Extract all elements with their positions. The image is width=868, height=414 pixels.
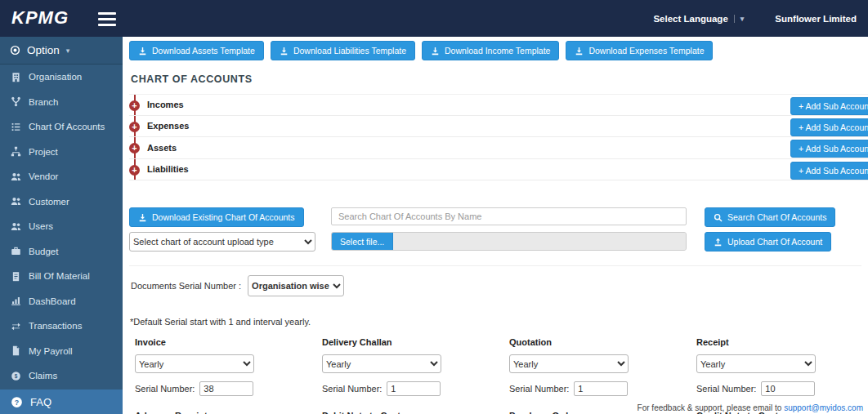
search-chart-button[interactable]: Search Chart Of Accounts [705, 207, 835, 227]
page-title: CHART OF ACCOUNTS [131, 73, 868, 85]
quotation-serial-input[interactable] [574, 381, 628, 396]
list-icon [11, 122, 21, 132]
sidebar-item-bill-of-material[interactable]: Bill Of Material [0, 264, 123, 289]
file-input-group[interactable]: Select file... [331, 232, 687, 251]
add-sub-account-button[interactable]: + Add Sub Account [790, 162, 868, 180]
expand-icon[interactable] [129, 165, 140, 176]
serial-group-receipt: Receipt Yearly Serial Number: [696, 337, 868, 396]
account-row-liabilities[interactable]: Liabilities + Add Sub Account [129, 159, 868, 181]
delivery-challan-serial-input[interactable] [387, 381, 441, 396]
account-row-incomes[interactable]: Incomes + Add Sub Account [129, 94, 868, 116]
template-buttons-row: Download Assets Template Download Liabil… [129, 41, 868, 60]
chart-tools-row-2: Select chart of account upload type Sele… [129, 232, 868, 252]
section-divider [129, 265, 861, 266]
sidebar-item-users[interactable]: Users [0, 214, 123, 239]
serial-number-label: Serial Number: [509, 384, 569, 394]
sidebar-item-dashboard[interactable]: DashBoard [0, 289, 123, 314]
serial-number-label: Serial Number: [135, 384, 195, 394]
option-label: Option [27, 44, 60, 56]
users-icon [11, 171, 21, 182]
group-title: Receipt [696, 337, 868, 347]
group-title: Invoice [135, 337, 322, 347]
building-icon [11, 72, 21, 82]
sidebar-item-vendor[interactable]: Vendor [0, 164, 123, 189]
serial-group-quotation: Quotation Yearly Serial Number: [509, 337, 696, 396]
invoice-period-select[interactable]: Yearly [135, 354, 254, 373]
svg-text:$: $ [15, 373, 18, 380]
support-email-link[interactable]: support@myidos.com [784, 403, 863, 412]
document-icon [11, 345, 21, 356]
sidebar-item-faq[interactable]: ? FAQ [0, 390, 123, 414]
users-icon [11, 196, 21, 207]
sidebar-item-budget[interactable]: Budget [0, 239, 123, 265]
sidebar-option-header[interactable]: Option ▾ [0, 37, 123, 65]
sidebar-item-project[interactable]: Project [0, 140, 123, 165]
sitemap-icon [11, 146, 21, 157]
serial-number-label: Serial Number: [322, 384, 382, 394]
group-title: Quotation [509, 337, 696, 347]
serial-number-label: Serial Number: [696, 384, 756, 394]
search-chart-input[interactable] [331, 207, 687, 225]
upload-chart-button[interactable]: Upload Chart Of Account [705, 232, 831, 252]
add-sub-account-button[interactable]: + Add Sub Account [790, 97, 868, 115]
expand-icon[interactable] [129, 122, 140, 132]
download-income-template-button[interactable]: Download Income Template [422, 41, 559, 60]
serial-groups-grid: Invoice Yearly Serial Number: Delivery C… [135, 337, 868, 396]
download-existing-chart-button[interactable]: Download Existing Chart Of Accounts [129, 207, 304, 227]
download-icon [431, 47, 440, 56]
download-icon [138, 213, 147, 222]
receipt-serial-input[interactable] [761, 381, 815, 396]
serial-scope-select[interactable]: Organisation wise [248, 275, 344, 296]
topbar: KPMG Select Language ▾ Sunflower Limited [0, 0, 868, 37]
group-title: Delivery Challan [322, 337, 509, 347]
account-row-expenses[interactable]: Expenses + Add Sub Account [129, 116, 868, 138]
expand-icon[interactable] [129, 143, 140, 154]
download-liabilities-template-button[interactable]: Download Liabilities Template [271, 41, 415, 60]
quotation-period-select[interactable]: Yearly [509, 354, 629, 373]
group-title-debit-note: Debit Note to Customer [322, 411, 509, 414]
sidebar-item-customer[interactable]: Customer [0, 189, 123, 215]
account-row-assets[interactable]: Assets + Add Sub Account [129, 137, 868, 159]
select-language-button[interactable]: Select Language [653, 14, 727, 24]
add-sub-account-button[interactable]: + Add Sub Account [790, 118, 868, 136]
download-assets-template-button[interactable]: Download Assets Template [129, 41, 264, 60]
sidebar-item-transactions[interactable]: Transactions [0, 314, 123, 339]
add-sub-account-button[interactable]: + Add Sub Account [790, 140, 868, 158]
kpmg-logo: KPMG [11, 7, 69, 29]
receipt-period-select[interactable]: Yearly [696, 354, 816, 373]
search-icon [714, 213, 723, 222]
delivery-challan-period-select[interactable]: Yearly [322, 354, 441, 373]
select-file-button[interactable]: Select file... [332, 233, 393, 250]
download-icon [575, 47, 584, 56]
sidebar-item-my-payroll[interactable]: My Payroll [0, 339, 123, 364]
sidebar-item-branch[interactable]: Branch [0, 90, 123, 115]
serial-number-row: Documents Serial Number : Organisation w… [131, 275, 868, 296]
language-caret-icon[interactable]: ▾ [734, 15, 745, 23]
sidebar: Option ▾ Organisation Branch Chart Of Ac… [0, 37, 123, 414]
question-icon: ? [11, 396, 23, 408]
exchange-icon [11, 321, 21, 332]
accounts-accordion: Incomes + Add Sub Account Expenses + Add… [129, 94, 868, 180]
sidebar-item-organisation[interactable]: Organisation [0, 65, 123, 90]
sidebar-item-claims[interactable]: $ Claims [0, 363, 123, 389]
bill-icon [11, 271, 21, 282]
invoice-serial-input[interactable] [199, 381, 253, 396]
download-expenses-template-button[interactable]: Download Expenses Template [566, 41, 713, 60]
bullseye-icon [10, 45, 20, 56]
branch-icon [11, 96, 21, 107]
download-icon [138, 47, 147, 56]
main-content: Download Assets Template Download Liabil… [123, 37, 868, 414]
company-name: Sunflower Limited [775, 14, 857, 24]
upload-type-select[interactable]: Select chart of account upload type [129, 232, 315, 252]
serial-default-note: *Default Serial start with 1 and interva… [130, 317, 868, 327]
feedback-note: For feedback & support, please email to … [638, 403, 863, 412]
hamburger-menu-icon[interactable] [98, 12, 116, 29]
download-icon [280, 47, 289, 56]
expand-icon[interactable] [129, 100, 140, 111]
money-icon: $ [11, 371, 21, 381]
sidebar-item-chart-of-accounts[interactable]: Chart Of Accounts [0, 114, 123, 140]
option-caret-icon: ▾ [66, 47, 70, 55]
documents-serial-number-label: Documents Serial Number : [131, 281, 241, 291]
chart-tools-row-1: Download Existing Chart Of Accounts Sear… [129, 207, 868, 228]
chart-icon [11, 296, 21, 306]
